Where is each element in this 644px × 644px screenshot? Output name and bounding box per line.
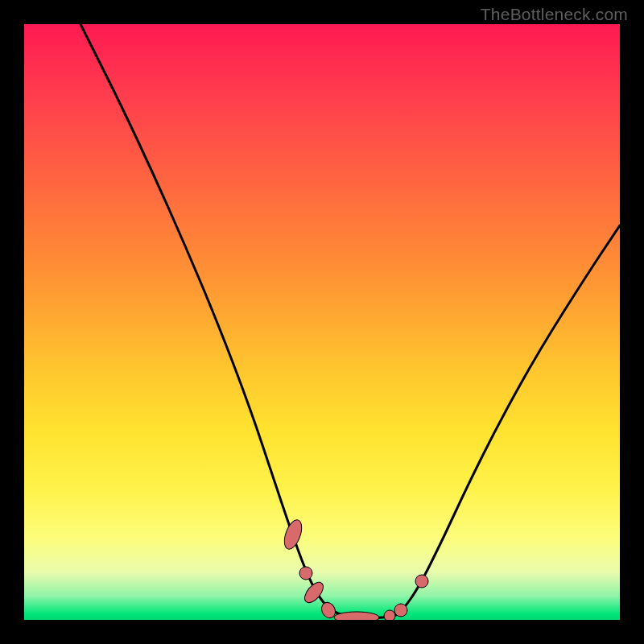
curve-marker <box>334 612 379 620</box>
curve-marker <box>299 567 312 580</box>
watermark-text: TheBottleneck.com <box>481 5 628 24</box>
bottleneck-curve-svg <box>24 24 620 620</box>
curve-marker <box>415 575 428 588</box>
curve-marker <box>281 518 305 551</box>
curve-marker <box>384 610 395 620</box>
bottleneck-curve <box>80 24 620 618</box>
chart-frame: TheBottleneck.com <box>0 0 644 644</box>
plot-area <box>24 24 620 620</box>
curve-marker <box>394 604 407 617</box>
curve-layer <box>80 24 620 618</box>
